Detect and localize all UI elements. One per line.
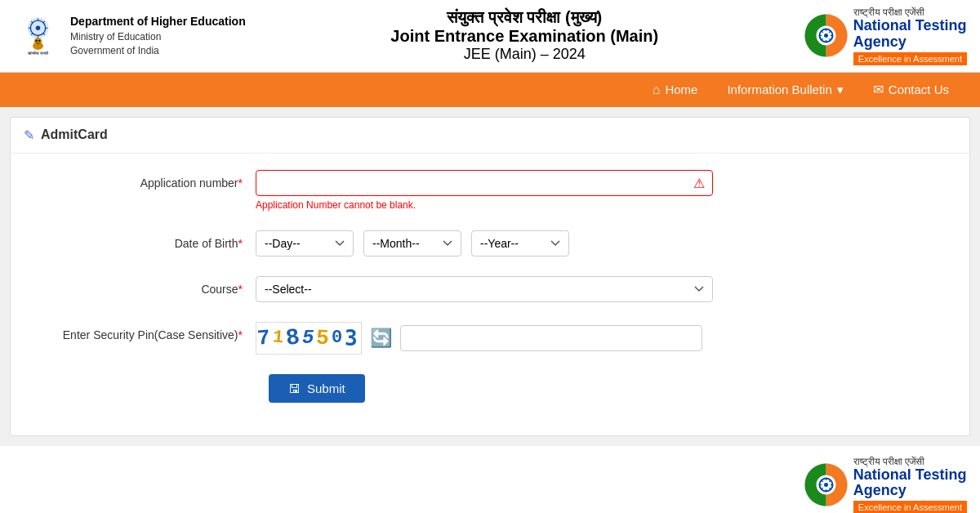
app-number-wrapper: ⚠ [256,170,713,196]
app-number-label: Application number* [43,170,256,190]
nta-text: राष्ट्रीय परीक्षा एजेंसी National Testin… [853,7,967,65]
title-hindi: संयुक्त प्रवेश परीक्षा (मुख्य) [246,8,804,27]
app-number-row: Application number* ⚠ Application Number… [43,170,937,211]
svg-point-31 [824,483,828,487]
title-year: JEE (Main) – 2024 [246,46,804,63]
nta-english-text: National Testing Agency [853,18,967,51]
captcha-char-4: 5 [302,327,316,349]
submit-icon: 🖫 [288,381,301,395]
section-header: ✎ AdmitCard [11,118,969,154]
nav-contact-us[interactable]: ✉ Contact Us [858,74,964,105]
nav-home[interactable]: ⌂ Home [638,74,713,105]
year-select[interactable]: --Year-- [471,230,569,256]
app-number-control: ⚠ Application Number cannot be blank. [256,170,937,211]
page-footer: राष्ट्रीय परीक्षा एजेंसी National Testin… [0,446,980,513]
security-pin-row: Enter Security Pin(Case Sensitive)* 7 1 … [43,322,937,355]
gov-logo: सत्यमेव जयते [13,11,62,60]
security-pin-control: 7 1 8 5 5 0 3 🔄 [256,322,937,355]
nta-logo: राष्ट्रीय परीक्षा एजेंसी National Testin… [804,7,967,65]
course-control: --Select-- [256,276,937,302]
app-number-error: Application Number cannot be blank. [256,199,937,211]
edit-icon: ✎ [24,127,34,143]
captcha-char-7: 3 [345,326,360,350]
submit-button[interactable]: 🖫 Submit [269,374,365,403]
home-icon: ⌂ [653,83,661,97]
title-english: Joint Entrance Examination (Main) [246,27,804,46]
dob-selects: --Day-- --Month-- --Year-- [256,230,937,256]
captcha-char-6: 0 [332,328,345,348]
header-right: राष्ट्रीय परीक्षा एजेंसी National Testin… [804,7,967,65]
course-row: Course* --Select-- [43,276,937,302]
footer-nta-tagline: Excellence in Assessment [853,501,967,513]
nta-tagline: Excellence in Assessment [853,52,967,65]
svg-point-13 [35,40,37,42]
dept-name: Department of Higher Education [70,14,246,30]
security-pin-input[interactable] [400,325,702,351]
footer-nta-hindi: राष्ट्रीय परीक्षा एजेंसी [853,456,967,467]
captcha-char-5: 5 [316,325,332,350]
error-icon: ⚠ [693,175,705,190]
footer-nta-english: National Testing Agency [853,467,967,500]
month-select[interactable]: --Month-- [363,230,461,256]
svg-point-14 [38,40,40,42]
footer-nta-logo: राष्ट्रीय परीक्षा एजेंसी National Testin… [804,456,967,513]
course-select[interactable]: --Select-- [256,276,713,302]
svg-text:सत्यमेव जयते: सत्यमेव जयते [27,51,48,56]
nav-information-bulletin[interactable]: Information Bulletin ▾ [712,74,858,105]
day-select[interactable]: --Day-- [256,230,354,256]
page-header: सत्यमेव जयते Department of Higher Educat… [0,0,980,73]
nta-hindi-text: राष्ट्रीय परीक्षा एजेंसी [853,7,967,18]
header-center: संयुक्त प्रवेश परीक्षा (मुख्य) Joint Ent… [246,8,804,63]
org-info: Department of Higher Education Ministry … [70,14,246,57]
svg-point-2 [35,26,40,31]
svg-point-12 [33,38,41,46]
security-row: 7 1 8 5 5 0 3 🔄 [256,322,937,355]
chevron-down-icon: ▾ [837,83,844,97]
refresh-captcha-icon[interactable]: 🔄 [370,328,392,349]
main-content: ✎ AdmitCard Application number* ⚠ Applic… [10,117,970,436]
course-label: Course* [43,276,256,296]
submit-row: 🖫 Submit [43,374,937,403]
footer-nta-text: राष्ट्रीय परीक्षा एजेंसी National Testin… [853,456,967,513]
dob-control: --Day-- --Month-- --Year-- [256,230,937,256]
admit-card-form: Application number* ⚠ Application Number… [11,154,969,419]
header-left: सत्यमेव जयते Department of Higher Educat… [13,11,246,60]
navbar: ⌂ Home Information Bulletin ▾ ✉ Contact … [0,73,980,107]
section-title: AdmitCard [41,127,108,142]
ministry-name: Ministry of Education [70,30,246,44]
captcha-image: 7 1 8 5 5 0 3 [256,322,362,355]
contact-icon: ✉ [873,82,884,97]
dob-row: Date of Birth* --Day-- --Month-- --Year-… [43,230,937,256]
application-number-input[interactable] [256,170,713,196]
dob-label: Date of Birth* [43,230,256,250]
svg-point-19 [824,33,828,38]
captcha-char-3: 8 [284,324,304,351]
country-name: Government of India [70,44,246,58]
security-pin-label: Enter Security Pin(Case Sensitive)* [43,322,256,341]
